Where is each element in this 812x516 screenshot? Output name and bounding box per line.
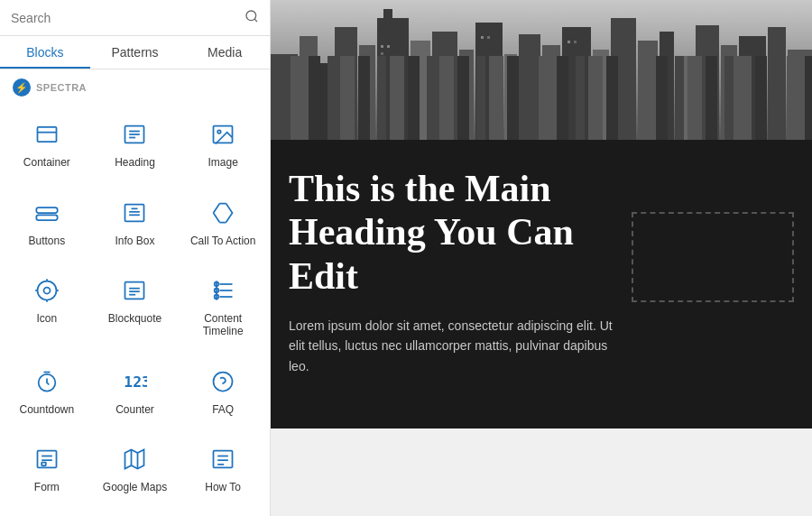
block-cta-label: Call To Action xyxy=(190,235,256,247)
hero-section: This is the Main Heading You Can Edit Lo… xyxy=(271,140,812,428)
svg-rect-51 xyxy=(335,27,357,140)
block-container-label: Container xyxy=(23,156,70,169)
svg-point-9 xyxy=(217,130,221,134)
svg-rect-59 xyxy=(504,54,517,140)
svg-rect-36 xyxy=(37,451,56,468)
hero-body: Lorem ipsum dolor sit amet, consectetur … xyxy=(289,316,614,376)
svg-rect-22 xyxy=(125,282,144,299)
timeline-icon xyxy=(207,274,239,307)
block-heading[interactable]: Heading xyxy=(92,107,179,184)
block-counter[interactable]: 123↑ Counter xyxy=(92,355,179,431)
block-buttons[interactable]: Buttons xyxy=(4,186,90,263)
howto-icon xyxy=(207,443,239,475)
block-maps[interactable]: Google Maps xyxy=(92,432,179,509)
block-image-label: Image xyxy=(208,156,237,169)
block-maps-label: Google Maps xyxy=(103,481,167,493)
block-countdown-label: Countdown xyxy=(19,403,74,416)
svg-rect-48 xyxy=(271,54,298,140)
search-input[interactable] xyxy=(11,11,237,25)
block-form[interactable]: Form xyxy=(4,432,90,509)
city-image xyxy=(271,0,812,140)
block-blockquote-label: Blockquote xyxy=(108,312,161,325)
svg-rect-72 xyxy=(788,50,812,140)
svg-rect-64 xyxy=(611,18,636,140)
block-faq[interactable]: FAQ xyxy=(180,355,266,431)
block-heading-label: Heading xyxy=(115,156,155,169)
block-container[interactable]: Container xyxy=(4,107,90,184)
block-infobox-label: Info Box xyxy=(115,235,154,247)
tab-blocks[interactable]: Blocks xyxy=(0,36,90,69)
svg-rect-53 xyxy=(377,18,409,140)
svg-rect-60 xyxy=(519,34,540,140)
block-image[interactable]: Image xyxy=(180,107,266,184)
svg-point-16 xyxy=(37,281,56,300)
svg-rect-57 xyxy=(459,50,474,140)
icon-block-icon xyxy=(31,274,63,307)
svg-point-34 xyxy=(214,372,233,391)
image-icon xyxy=(207,118,239,151)
block-buttons-label: Buttons xyxy=(28,235,65,247)
svg-rect-75 xyxy=(381,52,383,55)
svg-marker-40 xyxy=(125,450,144,469)
block-cta[interactable]: Call To Action xyxy=(180,186,266,263)
block-counter-label: Counter xyxy=(115,403,154,416)
svg-rect-63 xyxy=(593,50,609,140)
svg-rect-65 xyxy=(638,41,658,140)
search-bar xyxy=(0,0,270,36)
svg-rect-55 xyxy=(411,41,430,140)
block-icon-label: Icon xyxy=(36,312,57,325)
svg-rect-61 xyxy=(542,45,560,140)
svg-rect-67 xyxy=(676,56,694,140)
svg-rect-11 xyxy=(36,215,57,220)
block-faq-label: FAQ xyxy=(212,403,234,416)
blocks-panel: Blocks Patterns Media ⚡ SPECTRA Containe… xyxy=(0,0,271,516)
block-howto[interactable]: How To xyxy=(180,432,266,509)
svg-rect-56 xyxy=(432,32,457,140)
block-howto-label: How To xyxy=(205,481,241,493)
skyline-bg xyxy=(271,0,812,140)
buttons-icon xyxy=(31,197,63,229)
block-blockquote[interactable]: Blockquote xyxy=(92,263,179,353)
svg-rect-74 xyxy=(387,45,390,48)
svg-rect-70 xyxy=(739,36,766,140)
block-countdown[interactable]: Countdown xyxy=(4,355,90,431)
svg-rect-69 xyxy=(721,45,737,140)
editor-canvas: This is the Main Heading You Can Edit Lo… xyxy=(271,0,812,516)
svg-rect-2 xyxy=(37,127,56,142)
dashed-placeholder xyxy=(632,212,794,302)
svg-rect-39 xyxy=(42,463,46,466)
block-timeline-label: Content Timeline xyxy=(187,312,259,338)
svg-line-1 xyxy=(254,19,257,22)
svg-rect-49 xyxy=(300,36,318,140)
svg-rect-76 xyxy=(481,36,484,39)
container-icon xyxy=(31,118,63,151)
svg-rect-68 xyxy=(696,25,719,140)
svg-rect-52 xyxy=(359,45,375,140)
svg-rect-62 xyxy=(562,27,591,140)
svg-rect-71 xyxy=(768,27,786,140)
block-info-box[interactable]: Info Box xyxy=(92,186,179,263)
faq-icon xyxy=(207,365,239,398)
svg-rect-47 xyxy=(271,0,812,140)
svg-point-0 xyxy=(246,11,256,21)
infobox-icon xyxy=(118,197,151,229)
spectra-label: ⚡ SPECTRA xyxy=(0,69,270,100)
search-icon xyxy=(245,9,259,26)
heading-icon xyxy=(118,118,151,151)
svg-rect-58 xyxy=(475,23,503,140)
counter-icon: 123↑ xyxy=(118,365,151,398)
tab-media[interactable]: Media xyxy=(180,36,270,69)
blockquote-icon xyxy=(118,274,151,307)
block-form-label: Form xyxy=(34,481,60,493)
svg-rect-54 xyxy=(383,9,392,18)
svg-rect-73 xyxy=(381,45,383,48)
block-icon[interactable]: Icon xyxy=(4,263,90,353)
block-timeline[interactable]: Content Timeline xyxy=(180,263,266,353)
svg-rect-50 xyxy=(319,63,333,140)
hero-heading: This is the Main Heading You Can Edit xyxy=(289,167,577,298)
tabs-row: Blocks Patterns Media xyxy=(0,36,270,69)
countdown-icon xyxy=(31,365,63,398)
maps-icon xyxy=(118,443,151,475)
tab-patterns[interactable]: Patterns xyxy=(90,36,180,69)
svg-rect-12 xyxy=(125,204,144,221)
